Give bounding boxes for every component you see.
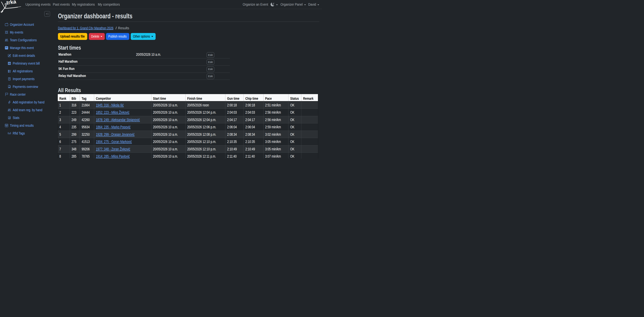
svg-text:trka: trka [6,0,16,6]
